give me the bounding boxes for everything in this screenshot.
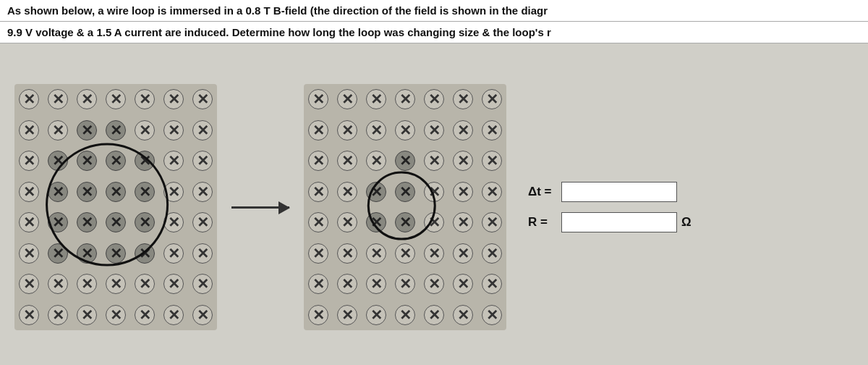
x-symbol: ✕ [395,305,415,325]
x-symbol: ✕ [135,151,155,171]
x-symbol: ✕ [395,212,415,232]
x-symbol: ✕ [424,89,444,109]
x-symbol: ✕ [19,151,39,171]
x-symbol: ✕ [366,274,386,294]
x-symbol: ✕ [135,305,155,325]
answer-section: Δt = R = Ω [528,182,692,232]
x-symbol: ✕ [453,182,473,202]
x-symbol: ✕ [308,89,328,109]
x-symbol: ✕ [19,274,39,294]
header-area: As shown below, a wire loop is immersed … [0,0,868,43]
delta-t-input[interactable] [561,182,677,202]
x-symbol: ✕ [453,212,473,232]
x-symbol: ✕ [395,89,415,109]
right-field-panel: ✕✕✕✕✕✕✕✕✕✕✕✕✕✕✕✕✕✕✕✕✕✕✕✕✕✕✕✕✕✕✕✕✕✕✕✕✕✕✕✕… [304,84,506,330]
x-symbol: ✕ [337,274,357,294]
x-symbol: ✕ [163,151,184,171]
x-symbol: ✕ [48,243,68,264]
x-symbol: ✕ [135,89,155,109]
x-symbol: ✕ [366,305,386,325]
x-symbol: ✕ [135,243,155,264]
x-symbol: ✕ [308,305,328,325]
x-symbol: ✕ [453,243,473,264]
x-symbol: ✕ [106,243,126,264]
x-symbol: ✕ [106,212,126,232]
x-symbol: ✕ [424,305,444,325]
x-symbol: ✕ [337,151,357,171]
x-symbol: ✕ [453,151,473,171]
x-symbol: ✕ [106,89,126,109]
x-symbol: ✕ [77,151,97,171]
x-symbol: ✕ [192,212,213,232]
x-symbol: ✕ [48,274,68,294]
x-symbol: ✕ [106,274,126,294]
x-symbol: ✕ [106,120,126,140]
x-symbol: ✕ [395,243,415,264]
x-symbol: ✕ [308,120,328,140]
delta-t-row: Δt = [528,182,677,202]
x-symbol: ✕ [163,120,184,140]
x-symbol: ✕ [135,182,155,202]
problem-text-line2: 9.9 V voltage & a 1.5 A current are indu… [0,22,868,43]
x-symbol: ✕ [163,182,184,202]
x-symbol: ✕ [106,305,126,325]
delta-t-label: Δt = [528,185,557,199]
x-symbol: ✕ [135,120,155,140]
x-symbol: ✕ [337,305,357,325]
main-content: ✕✕✕✕✕✕✕✕✕✕✕✕✕✕✕✕✕✕✕✕✕✕✕✕✕✕✕✕✕✕✕✕✕✕✕✕✕✕✕✕… [0,43,868,365]
x-symbol: ✕ [163,305,184,325]
x-symbol: ✕ [106,182,126,202]
x-symbol: ✕ [424,120,444,140]
x-symbol: ✕ [106,151,126,171]
x-symbol: ✕ [337,120,357,140]
x-symbol: ✕ [77,305,97,325]
x-symbol: ✕ [192,305,213,325]
x-symbol: ✕ [192,151,213,171]
x-symbol: ✕ [308,212,328,232]
x-symbol: ✕ [482,212,502,232]
x-symbol: ✕ [453,274,473,294]
x-symbol: ✕ [192,120,213,140]
x-symbol: ✕ [482,305,502,325]
x-symbol: ✕ [308,274,328,294]
resistance-input[interactable] [561,212,677,232]
left-field-panel: ✕✕✕✕✕✕✕✕✕✕✕✕✕✕✕✕✕✕✕✕✕✕✕✕✕✕✕✕✕✕✕✕✕✕✕✕✕✕✕✕… [14,84,217,330]
x-symbol: ✕ [192,182,213,202]
x-symbol: ✕ [366,182,386,202]
x-symbol: ✕ [337,182,357,202]
x-symbol: ✕ [77,182,97,202]
direction-arrow [231,206,289,209]
x-symbol: ✕ [77,89,97,109]
x-symbol: ✕ [48,305,68,325]
x-symbol: ✕ [308,243,328,264]
x-symbol: ✕ [366,212,386,232]
x-symbol: ✕ [48,182,68,202]
x-symbol: ✕ [163,274,184,294]
resistance-row: R = Ω [528,212,692,232]
problem-text-line1: As shown below, a wire loop is immersed … [0,0,868,22]
diagrams-container: ✕✕✕✕✕✕✕✕✕✕✕✕✕✕✕✕✕✕✕✕✕✕✕✕✕✕✕✕✕✕✕✕✕✕✕✕✕✕✕✕… [14,84,506,330]
x-symbol: ✕ [395,120,415,140]
x-symbol: ✕ [192,243,213,264]
x-symbol: ✕ [19,243,39,264]
x-symbol: ✕ [48,212,68,232]
x-symbol: ✕ [337,243,357,264]
x-symbol: ✕ [482,89,502,109]
arrow-section [217,206,304,209]
x-symbol: ✕ [48,120,68,140]
x-symbol: ✕ [424,212,444,232]
x-symbol: ✕ [424,243,444,264]
x-symbol: ✕ [19,120,39,140]
ohm-unit: Ω [681,215,692,230]
x-symbol: ✕ [482,151,502,171]
x-symbol: ✕ [482,182,502,202]
resistance-label: R = [528,215,557,230]
x-symbol: ✕ [337,212,357,232]
x-symbol: ✕ [482,243,502,264]
x-symbol: ✕ [482,274,502,294]
x-symbol: ✕ [308,151,328,171]
x-symbol: ✕ [482,120,502,140]
x-symbol: ✕ [163,89,184,109]
x-symbol: ✕ [77,274,97,294]
x-symbol: ✕ [424,151,444,171]
